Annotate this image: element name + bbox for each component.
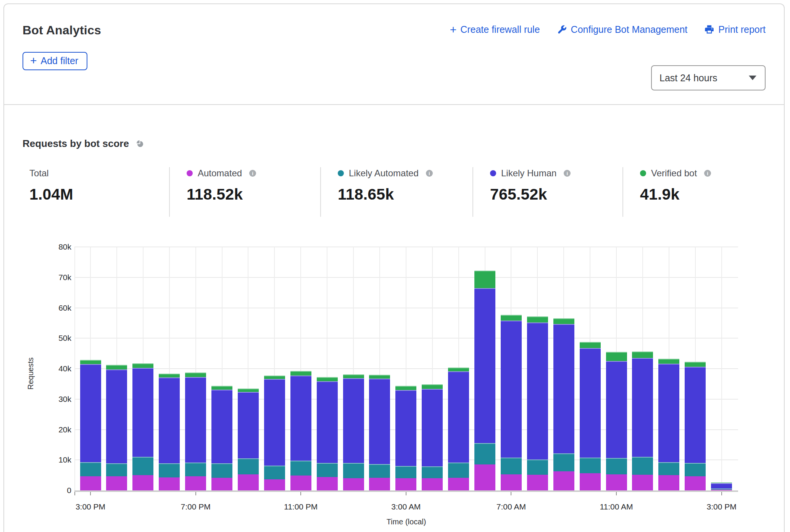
x-axis-tick — [195, 492, 196, 495]
stacked-bar-800pm — [211, 386, 232, 490]
x-axis-tick — [74, 492, 75, 495]
stat-automated: Automated i 118.52k — [169, 167, 320, 217]
x-tick-label: 7:00 PM — [158, 502, 234, 511]
bar-segment-likely-human — [80, 364, 101, 462]
bar-segment-likely-human — [238, 392, 259, 459]
y-tick-label: 60k — [26, 303, 71, 313]
bar-segment-automated — [317, 477, 338, 490]
x-axis-tick — [406, 492, 406, 495]
info-icon[interactable]: i — [564, 170, 571, 177]
bot-analytics-card: Bot Analytics + Create firewall rule Con… — [3, 3, 785, 532]
stat-likely-human-value: 765.52k — [490, 185, 622, 203]
bar-segment-verified-bot — [159, 374, 180, 377]
stacked-bar-300am — [395, 386, 416, 490]
stacked-bar-300pm — [80, 360, 101, 490]
bar-segment-likely-automated — [658, 462, 679, 475]
bar-segment-likely-automated — [159, 463, 180, 477]
plot-area — [74, 247, 738, 490]
bar-segment-automated — [185, 476, 206, 490]
bar-segment-automated — [474, 464, 495, 490]
bar-segment-automated — [527, 475, 548, 490]
plus-icon: + — [450, 26, 457, 34]
bar-segment-verified-bot — [106, 365, 127, 369]
bar-segment-likely-human — [553, 324, 574, 453]
likely-human-legend-dot — [490, 170, 496, 176]
x-axis-tick — [90, 492, 91, 495]
stat-automated-value: 118.52k — [187, 185, 320, 203]
bar-segment-verified-bot — [132, 363, 153, 368]
stacked-bar-400am — [422, 384, 443, 490]
bar-segment-likely-automated — [132, 457, 153, 475]
automated-legend-dot — [187, 170, 193, 176]
likely-automated-legend-dot — [338, 170, 344, 176]
bar-segment-verified-bot — [264, 376, 285, 379]
page-title: Bot Analytics — [23, 23, 101, 37]
bar-segment-automated — [632, 475, 653, 490]
bar-segment-verified-bot — [185, 372, 206, 377]
card-body: Requests by bot score Total 1.04M Automa… — [4, 105, 784, 529]
bar-segment-likely-automated — [343, 463, 364, 478]
bar-segment-automated — [132, 475, 153, 490]
x-tick-label: 11:00 AM — [578, 502, 655, 511]
bar-segment-likely-automated — [290, 461, 311, 476]
print-report-link[interactable]: Print report — [704, 24, 766, 35]
bar-segment-likely-human — [632, 358, 653, 457]
x-axis-tick — [721, 492, 722, 495]
y-tick-label: 70k — [26, 272, 71, 282]
bar-segment-verified-bot — [527, 316, 548, 322]
stacked-bar-600pm — [159, 374, 180, 490]
bar-segment-likely-automated — [448, 463, 469, 478]
stacked-bar-200pm — [685, 362, 706, 490]
stats-row: Total 1.04M Automated i 118.52k Likely A… — [23, 167, 766, 217]
bar-segment-verified-bot — [553, 318, 574, 324]
y-tick-label: 10k — [26, 455, 71, 465]
bar-segment-automated — [395, 478, 416, 490]
bar-segment-automated — [343, 478, 364, 490]
time-range-select[interactable]: Last 24 hours — [651, 65, 766, 90]
bar-segment-likely-human — [343, 378, 364, 463]
x-tick-label: 3:00 PM — [684, 502, 760, 511]
x-axis-title: Time (local) — [349, 517, 464, 526]
bar-segment-likely-automated — [106, 463, 127, 476]
bar-segment-automated — [80, 476, 101, 490]
info-icon[interactable]: i — [426, 170, 433, 177]
bar-segment-likely-automated — [632, 457, 653, 474]
x-axis-tick — [616, 492, 617, 495]
bar-segment-automated — [553, 471, 574, 490]
stacked-bar-700pm — [185, 372, 206, 490]
stacked-bar-500pm — [132, 363, 153, 490]
stacked-bar-1000pm — [264, 376, 285, 490]
stat-verified-bot-value: 41.9k — [640, 185, 766, 203]
info-icon[interactable]: i — [704, 170, 711, 177]
create-firewall-rule-link[interactable]: + Create firewall rule — [450, 24, 540, 35]
bar-segment-verified-bot — [474, 271, 495, 288]
bar-segment-likely-human — [211, 390, 232, 463]
add-filter-button[interactable]: + Add filter — [23, 52, 87, 70]
bar-segment-likely-human — [106, 369, 127, 463]
bar-segment-likely-automated — [211, 463, 232, 477]
bar-segment-likely-human — [685, 367, 706, 463]
bar-segment-likely-automated — [80, 462, 101, 476]
time-range-value: Last 24 hours — [659, 73, 717, 84]
stat-likely-automated-value: 118.65k — [338, 185, 472, 203]
bar-segment-automated — [290, 476, 311, 490]
bar-segment-likely-human — [290, 376, 311, 461]
bar-segment-verified-bot — [658, 359, 679, 364]
bar-segment-verified-bot — [211, 386, 232, 390]
bar-segment-verified-bot — [606, 352, 627, 361]
bar-segment-likely-human — [422, 389, 443, 466]
gridline — [74, 247, 75, 490]
bar-segment-likely-automated — [685, 463, 706, 476]
bar-segment-likely-automated — [580, 458, 601, 473]
bar-segment-verified-bot — [501, 315, 522, 321]
stacked-bar-100am — [343, 374, 364, 490]
bar-segment-likely-automated — [422, 466, 443, 478]
bar-segment-likely-human — [658, 364, 679, 462]
configure-bot-management-link[interactable]: Configure Bot Management — [557, 24, 688, 35]
info-icon[interactable]: i — [249, 170, 256, 177]
bar-segment-verified-bot — [580, 342, 601, 348]
bar-segment-likely-human — [159, 377, 180, 463]
stacked-bar-900pm — [238, 389, 259, 490]
bar-segment-likely-automated — [264, 466, 285, 479]
bar-segment-verified-bot — [80, 360, 101, 364]
